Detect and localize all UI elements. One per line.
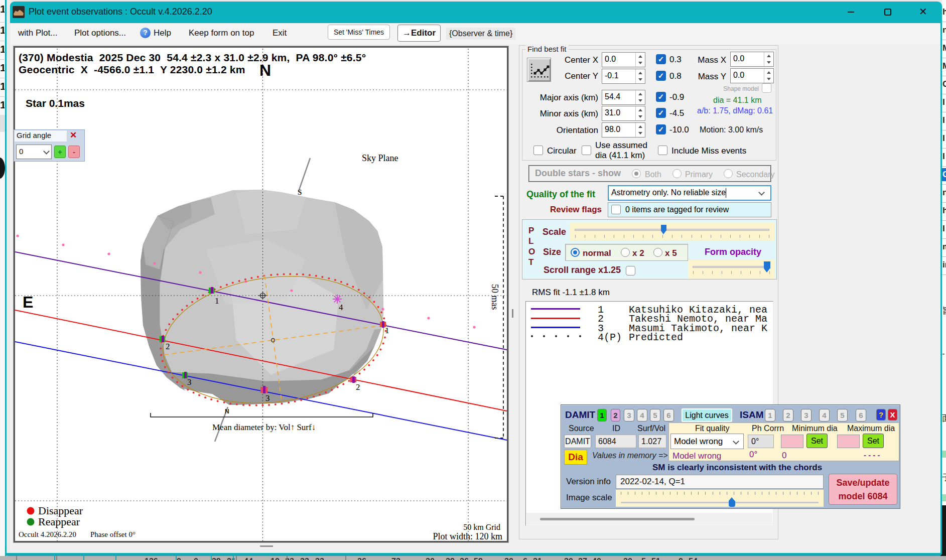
svg-text:(370) Modestia 2025 Dec 30 5: (370) Modestia 2025 Dec 30 54.4 ±2.3 x 3… (19, 52, 366, 63)
svg-text:Reappear: Reappear (38, 515, 80, 528)
svg-text:2: 2 (166, 342, 170, 351)
svg-text:4: 4 (339, 303, 343, 312)
svg-text:Star 0.1mas: Star 0.1mas (26, 97, 85, 109)
svg-text:3: 3 (265, 393, 270, 403)
svg-text:Geocentric X -4566.0 ±1.1 Y: Geocentric X -4566.0 ±1.1 Y 2230.0 ±1.2 … (19, 64, 245, 75)
svg-text:3: 3 (187, 377, 192, 387)
svg-text:S: S (298, 188, 302, 196)
svg-text:Occult 4.2026.2.20: Occult 4.2026.2.20 (19, 530, 76, 538)
svg-text:Sky Plane: Sky Plane (362, 153, 398, 163)
svg-text:N: N (225, 408, 229, 415)
svg-text:N: N (259, 61, 271, 79)
svg-text:Mean diameter by: Vol↑ Surf↓: Mean diameter by: Vol↑ Surf↓ (212, 423, 316, 432)
svg-text:Plot width: 120 km: Plot width: 120 km (433, 531, 502, 541)
svg-text:1: 1 (215, 296, 219, 306)
svg-text:50 km Grid: 50 km Grid (463, 523, 500, 531)
svg-text:1: 1 (385, 326, 389, 335)
svg-text:Phase offset 0°: Phase offset 0° (90, 530, 136, 538)
svg-text:E: E (23, 293, 33, 311)
svg-text:2: 2 (356, 382, 360, 392)
svg-text:50 mas: 50 mas (490, 284, 500, 310)
